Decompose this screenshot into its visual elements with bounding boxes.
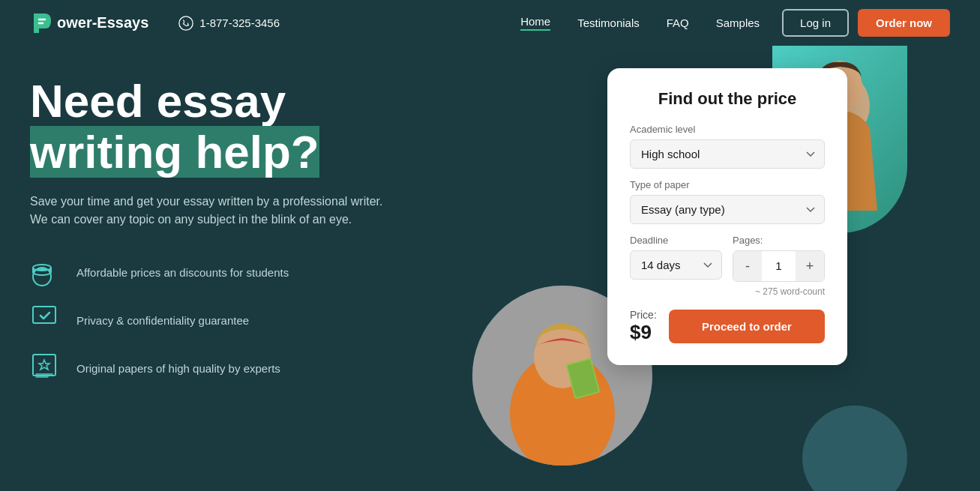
svg-marker-6 <box>39 360 49 370</box>
deadline-select[interactable]: 14 days 7 days 3 days 24 hours 12 hours <box>630 250 722 280</box>
phone-number: 1-877-325-3456 <box>199 16 280 29</box>
deco-circle-bottom-right <box>802 406 907 491</box>
shield-icon <box>30 304 63 337</box>
pages-decrement-button[interactable]: - <box>733 250 762 282</box>
feature-privacy: Privacy & confidentiality guarantee <box>30 304 517 337</box>
academic-level-label: Academic level <box>630 124 825 135</box>
hero-title-line2: writing help? <box>30 126 319 178</box>
logo-text: ower-Essays <box>57 14 148 31</box>
pages-controls: - 1 + <box>733 250 825 282</box>
svg-point-0 <box>179 16 193 29</box>
price-card: Find out the price Academic level High s… <box>607 68 847 365</box>
nav-faq[interactable]: FAQ <box>667 16 689 29</box>
phone-icon <box>178 16 193 31</box>
hero-title-line1: Need essay <box>30 75 286 127</box>
logo-icon <box>30 12 52 34</box>
feature-quality: Original papers of high quality by exper… <box>30 352 517 385</box>
hero-subtitle: Save your time and get your essay writte… <box>30 193 420 229</box>
nav-home[interactable]: Home <box>520 15 550 31</box>
feature-privacy-text: Privacy & confidentiality guarantee <box>76 314 249 327</box>
nav: Home Testimonials FAQ Samples <box>520 15 760 31</box>
svg-rect-5 <box>33 355 55 376</box>
phone-area: 1-877-325-3456 <box>178 16 280 31</box>
deadline-pages-row: Deadline 14 days 7 days 3 days 24 hours … <box>630 235 825 282</box>
main: Need essay writing help? Save your time … <box>0 46 980 488</box>
deadline-label: Deadline <box>630 235 722 246</box>
left-content: Need essay writing help? Save your time … <box>30 68 517 488</box>
pages-area: Pages: - 1 + <box>733 235 825 282</box>
price-card-title: Find out the price <box>630 89 825 109</box>
feature-quality-text: Original papers of high quality by exper… <box>76 362 280 375</box>
nav-samples[interactable]: Samples <box>716 16 760 29</box>
price-row: Price: $9 Proceed to order <box>630 309 825 344</box>
paper-type-select[interactable]: Essay (any type) Research paper Term pap… <box>630 195 825 224</box>
paper-type-label: Type of paper <box>630 179 825 190</box>
login-button[interactable]: Log in <box>782 9 849 37</box>
header: ower-Essays 1-877-325-3456 Home Testimon… <box>0 0 980 46</box>
svg-rect-4 <box>33 307 55 323</box>
hero-title: Need essay writing help? <box>30 76 517 178</box>
price-value: $9 <box>630 321 657 344</box>
star-icon <box>30 352 63 385</box>
coins-icon <box>30 256 63 289</box>
deadline-area: Deadline 14 days 7 days 3 days 24 hours … <box>630 235 722 280</box>
feature-affordable-text: Affordable prices an discounts for stude… <box>76 266 289 279</box>
proceed-to-order-button[interactable]: Proceed to order <box>669 310 825 343</box>
right-content: Find out the price Academic level High s… <box>517 68 892 488</box>
price-left: Price: $9 <box>630 309 657 344</box>
pages-label: Pages: <box>733 235 825 246</box>
word-count: ~ 275 word-count <box>630 286 825 297</box>
logo[interactable]: ower-Essays <box>30 12 148 34</box>
nav-testimonials[interactable]: Testimonials <box>577 16 640 29</box>
order-now-button[interactable]: Order now <box>858 9 950 37</box>
features: Affordable prices an discounts for stude… <box>30 256 517 385</box>
pages-increment-button[interactable]: + <box>796 250 824 282</box>
academic-level-select[interactable]: High school Undergraduate Master's PhD <box>630 139 825 169</box>
feature-affordable: Affordable prices an discounts for stude… <box>30 256 517 289</box>
price-label: Price: <box>630 309 657 321</box>
pages-value: 1 <box>762 250 796 282</box>
